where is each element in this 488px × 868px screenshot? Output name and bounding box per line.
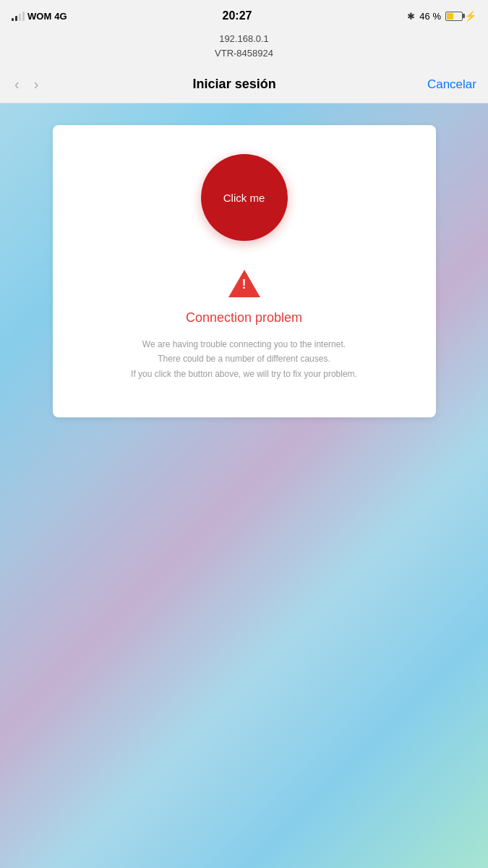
status-time: 20:27 <box>223 9 252 22</box>
error-card: Click me Connection problem We are havin… <box>53 125 436 417</box>
connection-problem-title: Connection problem <box>186 310 302 326</box>
desc-line-2: There could be a number of different cau… <box>158 354 330 364</box>
warning-icon <box>228 270 260 300</box>
signal-bar-1 <box>12 18 14 21</box>
battery-percent: 46 % <box>419 11 441 22</box>
signal-bar-2 <box>15 16 17 21</box>
cancel-button[interactable]: Cancelar <box>427 77 476 92</box>
nav-bar: ‹ › Iniciar sesión Cancelar <box>0 66 488 103</box>
network-info: 192.168.0.1 VTR-8458924 <box>0 32 488 66</box>
charging-icon: ⚡ <box>464 10 476 22</box>
bluetooth-icon: ✱ <box>407 11 415 22</box>
ssid: VTR-8458924 <box>0 46 488 61</box>
forward-button[interactable]: › <box>31 73 42 95</box>
battery-indicator: ⚡ <box>445 10 476 22</box>
desc-line-1: We are having trouble connecting you to … <box>142 339 346 349</box>
main-background: Click me Connection problem We are havin… <box>0 103 488 868</box>
battery-fill <box>447 13 453 20</box>
signal-bar-4 <box>22 12 25 21</box>
connection-description: We are having trouble connecting you to … <box>131 337 357 381</box>
signal-bars-icon <box>12 11 25 21</box>
carrier-label: WOM <box>27 11 51 22</box>
back-button[interactable]: ‹ <box>12 73 22 95</box>
click-me-button[interactable]: Click me <box>201 154 288 241</box>
battery-icon <box>445 12 463 21</box>
desc-line-3: If you click the button above, we will t… <box>131 369 357 379</box>
warning-triangle-icon <box>228 270 260 297</box>
status-right: ✱ 46 % ⚡ <box>407 10 476 22</box>
nav-arrows: ‹ › <box>12 73 41 95</box>
signal-bar-3 <box>19 14 21 21</box>
network-type-label: 4G <box>54 11 67 22</box>
ip-address: 192.168.0.1 <box>0 32 488 46</box>
status-left: WOM 4G <box>12 11 67 22</box>
status-bar: WOM 4G 20:27 ✱ 46 % ⚡ <box>0 0 488 32</box>
page-title: Iniciar sesión <box>193 77 276 92</box>
